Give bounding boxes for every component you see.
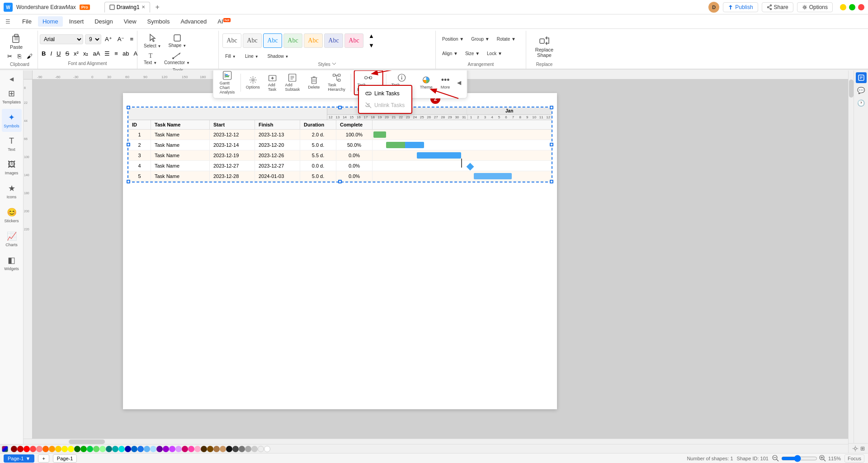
underline-button[interactable]: U — [55, 49, 62, 58]
color-swatch[interactable] — [156, 446, 163, 452]
color-swatch[interactable] — [182, 446, 188, 452]
add-task-button[interactable]: Add Task — [265, 72, 280, 94]
rotate-button[interactable]: Rotate ▼ — [494, 35, 519, 43]
copy-button[interactable]: ⎘ — [16, 52, 23, 61]
selection-handle-ml[interactable] — [127, 143, 130, 146]
styles-down-button[interactable]: ▼ — [367, 41, 376, 50]
font-family-select[interactable]: Arial — [40, 34, 83, 44]
color-swatch[interactable] — [61, 446, 68, 452]
text-button[interactable]: T Text ▼ — [141, 50, 160, 67]
style-swatch-2[interactable]: Abc — [243, 33, 262, 48]
sidebar-item-images[interactable]: 🖼 Images — [2, 156, 22, 179]
color-swatch[interactable] — [150, 446, 156, 452]
sidebar-item-widgets[interactable]: ◧ Widgets — [2, 252, 22, 275]
gantt-analysis-button[interactable]: Gantt ChartAnalysis — [217, 70, 238, 96]
document-tab[interactable]: Drawing1 ✕ — [104, 2, 150, 13]
color-swatch[interactable] — [163, 446, 169, 452]
style-swatch-6[interactable]: Abc — [324, 33, 343, 48]
italic-button[interactable]: I — [48, 49, 54, 58]
color-swatch[interactable] — [175, 446, 182, 452]
sidebar-item-icons[interactable]: ★ Icons — [2, 180, 22, 203]
line-button[interactable]: Line ▼ — [242, 52, 261, 61]
bullet-list-button[interactable]: ☰ — [103, 49, 112, 58]
color-swatch[interactable] — [232, 446, 239, 452]
tab-close-icon[interactable]: ✕ — [142, 5, 145, 9]
settings-icon[interactable] — [852, 445, 859, 452]
canvas-content[interactable]: 2023Dec Jan 12 13 14 15 16 17 18 19 — [33, 80, 861, 454]
table-row[interactable]: 2 Task Name 2023-12-14 2023-12-20 5.0 d.… — [128, 140, 552, 150]
color-swatch[interactable] — [188, 446, 194, 452]
toolbar-collapse-button[interactable]: ◀ — [455, 78, 463, 88]
task-hierarchy-button[interactable]: TaskHierarchy — [325, 72, 348, 94]
menu-ai[interactable]: AIhot — [213, 16, 235, 27]
sidebar-item-charts[interactable]: 📈 Charts — [2, 228, 22, 251]
align-button[interactable]: ≡ — [128, 35, 135, 43]
collapse-sidebar-button[interactable]: ◀ — [8, 74, 15, 84]
unlink-tasks-item[interactable]: Unlink Tasks — [361, 99, 410, 111]
style-swatch-3[interactable]: Abc — [263, 33, 282, 48]
style-swatch-1[interactable]: Abc — [222, 33, 241, 48]
scrollbar-thumb-vertical[interactable] — [849, 80, 854, 98]
sidebar-item-templates[interactable]: ⊞ Templates — [2, 85, 22, 108]
user-avatar[interactable]: D — [708, 2, 719, 13]
right-panel-format-button[interactable] — [856, 72, 867, 83]
publish-button[interactable]: Publish — [723, 2, 758, 12]
style-swatch-4[interactable]: Abc — [283, 33, 302, 48]
zoom-in-icon[interactable] — [819, 455, 826, 462]
size-button[interactable]: Size ▼ — [462, 49, 482, 58]
font-shrink-button[interactable]: A⁻ — [116, 35, 127, 43]
color-swatch[interactable] — [144, 446, 150, 452]
table-row[interactable]: 4 Task Name 2023-12-27 2023-12-27 0.0 d.… — [128, 161, 552, 171]
format-paint-button[interactable]: 🖌 — [25, 52, 34, 61]
text-dir-button[interactable]: ab — [121, 49, 131, 58]
connector-button[interactable]: Connector ▼ — [161, 50, 193, 67]
menu-design[interactable]: Design — [90, 16, 117, 27]
font-size-select[interactable]: 9 — [85, 34, 101, 44]
menu-view[interactable]: View — [119, 16, 141, 27]
share-button[interactable]: Share — [762, 2, 793, 12]
selection-handle-tc[interactable] — [338, 106, 342, 109]
color-swatch[interactable] — [125, 446, 131, 452]
select-button[interactable]: Select ▼ — [141, 32, 164, 50]
color-swatch[interactable] — [264, 446, 270, 452]
selection-handle-tl[interactable] — [127, 106, 130, 109]
table-row[interactable]: 1 Task Name 2023-12-12 2023-12-13 2.0 d.… — [128, 130, 552, 140]
color-swatch[interactable] — [30, 446, 36, 452]
page-tab-1[interactable]: Page-1 ▼ — [4, 454, 34, 463]
options-toolbar-button[interactable]: Options — [243, 74, 263, 91]
replace-shape-button[interactable]: ReplaceShape — [533, 33, 556, 60]
menu-advanced[interactable]: Advanced — [176, 16, 211, 27]
menu-insert[interactable]: Insert — [65, 16, 89, 27]
color-swatch[interactable] — [169, 446, 175, 452]
numbered-list-button[interactable]: ≡ — [113, 49, 120, 58]
subscript-button[interactable]: x₂ — [81, 49, 90, 58]
close-button[interactable] — [858, 4, 864, 10]
color-picker-button[interactable] — [2, 446, 8, 452]
superscript-button[interactable]: x² — [72, 49, 80, 58]
color-swatch[interactable] — [251, 446, 258, 452]
focus-button[interactable]: Focus — [844, 454, 864, 463]
color-swatch[interactable] — [93, 446, 99, 452]
selection-handle-tr[interactable] — [550, 106, 553, 109]
text-transform-button[interactable]: aA — [91, 49, 102, 58]
color-swatch[interactable] — [36, 446, 42, 452]
menu-file[interactable]: File — [18, 16, 36, 27]
styles-expand-icon[interactable] — [332, 61, 336, 66]
color-swatch[interactable] — [137, 446, 144, 452]
color-swatch[interactable] — [220, 446, 226, 452]
maximize-button[interactable] — [849, 4, 855, 10]
color-swatch[interactable] — [201, 446, 207, 452]
page-tab-add[interactable]: + — [38, 454, 49, 463]
position-button[interactable]: Position ▼ — [439, 35, 467, 43]
color-swatch[interactable] — [226, 446, 232, 452]
add-subtask-button[interactable]: AddSubtask — [283, 72, 303, 94]
color-swatch[interactable] — [112, 446, 118, 452]
align-button[interactable]: Align ▼ — [439, 49, 461, 58]
color-swatch[interactable] — [258, 446, 264, 452]
shape-button[interactable]: Shape ▼ — [166, 32, 189, 50]
sidebar-item-text[interactable]: T Text — [2, 133, 22, 155]
selection-handle-bl[interactable] — [127, 180, 130, 183]
shadow-button[interactable]: Shadow ▼ — [265, 52, 292, 61]
color-swatch[interactable] — [118, 446, 125, 452]
color-swatch[interactable] — [74, 446, 80, 452]
